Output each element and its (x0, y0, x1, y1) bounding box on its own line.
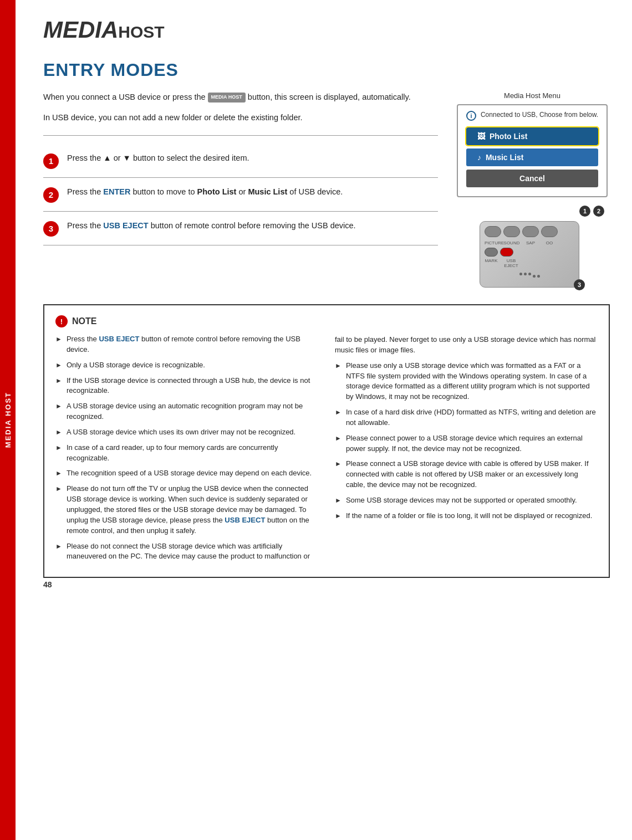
logo: MEDIAHOST (43, 17, 610, 43)
note-col-left: ! NOTE ► Press the USB EJECT button of r… (55, 315, 318, 567)
intro-text-1: When you connect a USB device or press t… (43, 91, 438, 104)
left-sidebar: MEDIA HOST (0, 0, 16, 840)
note-text-8: Please do not turn off the TV or unplug … (67, 484, 318, 536)
remote-btn-sap (522, 226, 539, 237)
step-number-3: 3 (43, 221, 59, 237)
label-picture: PICTURE (485, 240, 501, 245)
menu-item-photo-list[interactable]: 🖼 Photo List (466, 127, 598, 145)
note-text-r2: Please use only a USB storage device whi… (346, 361, 598, 402)
note-item-r1: fail to be played. Never forget to use o… (335, 335, 598, 356)
arrow-r3: ► (335, 408, 342, 428)
music-icon: ♪ (477, 153, 481, 162)
main-content: MEDIAHOST ENTRY MODES When you connect a… (16, 0, 632, 600)
note-item-r3: ► In case of a hard disk drive (HDD) for… (335, 407, 598, 428)
note-item-7: ► The recognition speed of a USB storage… (55, 468, 318, 479)
menu-item-music-list[interactable]: ♪ Music List (466, 148, 598, 166)
arrow-r5: ► (335, 459, 342, 490)
step-number-1: 1 (43, 153, 59, 169)
page-number: 48 (43, 580, 52, 589)
note-item-9: ► Please do not connect the USB storage … (55, 541, 318, 562)
note-text-r4: Please connect power to a USB storage de… (346, 433, 598, 454)
divider-top (43, 135, 438, 136)
dot-1 (519, 273, 522, 275)
note-item-r2: ► Please use only a USB storage device w… (335, 361, 598, 402)
dot-3 (528, 273, 531, 275)
callout-3: 3 (574, 279, 585, 290)
menu-item-photo-label: Photo List (490, 132, 527, 141)
menu-info-text: Connected to USB, Choose from below. (481, 111, 598, 119)
note-text-r7: If the name of a folder or file is too l… (346, 511, 592, 521)
note-text-6: In case of a card reader, up to four mem… (67, 443, 318, 464)
arrow-r6: ► (335, 496, 342, 506)
intro-line2: button, this screen is displayed, automa… (248, 93, 411, 101)
right-column: Media Host Menu i Connected to USB, Choo… (455, 91, 610, 293)
sidebar-label: MEDIA HOST (4, 392, 12, 448)
step-2: 2 Press the ENTER button to move to Phot… (43, 178, 438, 212)
media-host-menu: Media Host Menu i Connected to USB, Choo… (455, 91, 610, 197)
arrow-r7: ► (335, 511, 342, 521)
label-mark: MARK (485, 258, 498, 268)
logo-media: MEDIA (43, 17, 118, 43)
dot-2 (524, 273, 527, 275)
note-text-r5: Please connect a USB storage device with… (346, 459, 598, 490)
label-sap: SAP (522, 240, 539, 245)
note-text-5: A USB storage device which uses its own … (67, 427, 295, 438)
arrow-6: ► (55, 443, 62, 464)
media-host-button-icon: MEDIA HOST (208, 93, 246, 103)
remote-control-image: PICTURE SOUND SAP OO MARK USB EJECT (480, 221, 585, 293)
photo-list-bold: Photo List (197, 187, 237, 196)
two-col-layout: When you connect a USB device or press t… (43, 91, 610, 293)
photo-icon: 🖼 (477, 132, 485, 141)
label-usb-eject: USB EJECT (500, 258, 522, 268)
callout-2: 2 (593, 206, 604, 217)
left-column: When you connect a USB device or press t… (43, 91, 438, 293)
arrow-2: ► (55, 361, 62, 371)
note-text-r3: In case of a hard disk drive (HDD) forma… (346, 407, 598, 428)
remote-btn-oo (541, 226, 558, 237)
note-section: ! NOTE ► Press the USB EJECT button of r… (43, 304, 610, 578)
note-text-1: Press the USB EJECT button of remote con… (67, 334, 318, 355)
note-text-9: Please do not connect the USB storage de… (67, 541, 318, 562)
arrow-4: ► (55, 402, 62, 422)
note-text-r1: fail to be played. Never forget to use o… (335, 335, 598, 356)
note-text-r6: Some USB storage devices may not be supp… (346, 495, 577, 506)
arrow-9: ► (55, 542, 62, 562)
info-icon: i (466, 111, 476, 121)
note-text-7: The recognition speed of a USB storage d… (67, 468, 312, 479)
note-item-5: ► A USB storage device which uses its ow… (55, 427, 318, 438)
arrow-3: ► (55, 376, 62, 397)
note-title: NOTE (72, 316, 96, 326)
note-item-2: ► Only a USB storage device is recogniza… (55, 360, 318, 371)
arrow-8: ► (55, 484, 62, 536)
note-item-1: ► Press the USB EJECT button of remote c… (55, 334, 318, 355)
remote-btn-usb-eject (500, 248, 513, 257)
menu-item-cancel[interactable]: Cancel (466, 170, 598, 187)
note-item-6: ► In case of a card reader, up to four m… (55, 443, 318, 464)
callout-numbers: 1 2 (455, 206, 604, 217)
note-item-r7: ► If the name of a folder or file is too… (335, 511, 598, 521)
usb-eject-highlight-step3: USB EJECT (103, 221, 148, 230)
arrow-5: ► (55, 428, 62, 438)
note-icon: ! (55, 315, 68, 327)
arrow-1: ► (55, 335, 62, 355)
info-text: In USB device, you can not add a new fol… (43, 112, 438, 124)
label-oo: OO (541, 240, 558, 245)
remote-btn-sound (503, 226, 520, 237)
note-header: ! NOTE (55, 315, 318, 327)
logo-host: HOST (118, 23, 164, 41)
arrow-7: ► (55, 469, 62, 479)
arrow-r4: ► (335, 434, 342, 454)
note-item-8: ► Please do not turn off the TV or unplu… (55, 484, 318, 536)
note-text-4: A USB storage device using an automatic … (67, 401, 318, 422)
remote-mid-buttons (485, 248, 574, 257)
note-item-3: ► If the USB storage device is connected… (55, 376, 318, 397)
remote-area: PICTURE SOUND SAP OO MARK USB EJECT (455, 221, 610, 293)
remote-body: PICTURE SOUND SAP OO MARK USB EJECT (480, 221, 579, 288)
step-3: 3 Press the USB EJECT button of remote c… (43, 212, 438, 245)
note-item-r4: ► Please connect power to a USB storage … (335, 433, 598, 454)
remote-labels: PICTURE SOUND SAP OO (485, 240, 574, 245)
note-text-2: Only a USB storage device is recognizabl… (67, 360, 205, 371)
remote-btn-picture (485, 226, 501, 237)
step-number-2: 2 (43, 187, 59, 203)
note-text-3: If the USB storage device is connected t… (67, 376, 318, 397)
